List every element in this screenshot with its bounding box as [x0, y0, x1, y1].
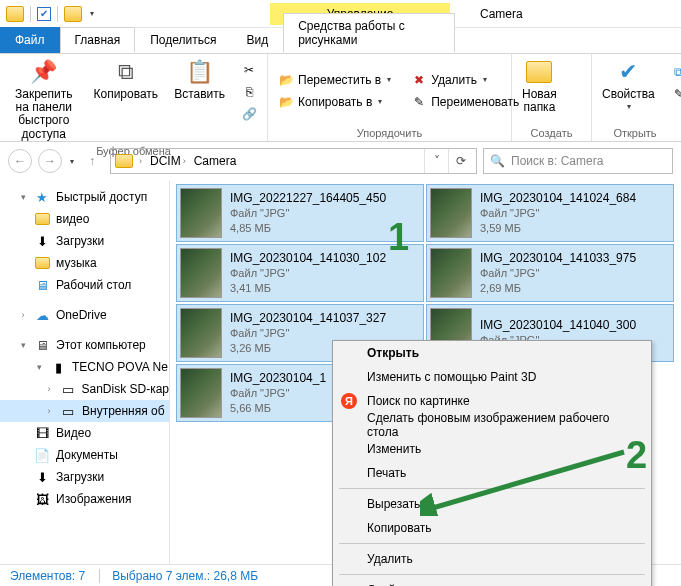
thumbnail-image — [180, 248, 222, 298]
file-item[interactable]: IMG_20221227_164405_450 Файл "JPG" 4,85 … — [176, 184, 424, 242]
properties-button[interactable]: ✔ Свойства▾ — [598, 56, 659, 114]
file-name: IMG_20230104_141040_300 — [480, 318, 636, 333]
sidebar-item-desktop[interactable]: 🖥Рабочий стол — [0, 274, 169, 296]
ctx-paint3d[interactable]: Изменить с помощью Paint 3D — [333, 365, 651, 389]
file-name: IMG_20230104_141033_975 — [480, 251, 636, 266]
moveto-icon: 📂 — [278, 72, 294, 88]
qat-properties-icon[interactable]: ✔ — [37, 7, 51, 21]
search-icon: 🔍 — [490, 154, 505, 168]
file-name: IMG_20230104_141024_684 — [480, 191, 636, 206]
search-placeholder: Поиск в: Camera — [511, 154, 603, 168]
ctx-cut[interactable]: Вырезать — [333, 492, 651, 516]
pin-icon: 📌 — [30, 58, 58, 86]
file-name: IMG_20221227_164405_450 — [230, 191, 386, 206]
file-size: 2,69 МБ — [480, 282, 636, 296]
sidebar-quick-access[interactable]: ▾★Быстрый доступ — [0, 186, 169, 208]
ctx-delete[interactable]: Удалить — [333, 547, 651, 571]
move-to-button[interactable]: 📂Переместить в▾ — [274, 70, 395, 90]
copy-to-button[interactable]: 📂Копировать в▾ — [274, 92, 395, 112]
paste-button[interactable]: 📋 Вставить — [170, 56, 229, 103]
sidebar-item-videos[interactable]: 🎞Видео — [0, 422, 169, 444]
file-item[interactable]: IMG_20230104_141024_684 Файл "JPG" 3,59 … — [426, 184, 674, 242]
tab-view[interactable]: Вид — [231, 27, 283, 53]
scissors-icon: ✂ — [241, 62, 257, 78]
open-small-button[interactable]: ⧉ — [667, 62, 681, 82]
back-button[interactable]: ← — [8, 149, 32, 173]
file-type: Файл "JPG" — [230, 207, 386, 221]
qat-newfolder-icon[interactable] — [64, 6, 82, 22]
newfolder-icon — [525, 58, 553, 86]
paste-icon: 📋 — [186, 58, 214, 86]
recent-locations-button[interactable]: ▾ — [70, 157, 74, 166]
ctx-properties[interactable]: Свойства — [333, 578, 651, 586]
forward-button[interactable]: → — [38, 149, 62, 173]
ctx-open[interactable]: Открыть — [333, 341, 651, 365]
thumbnail-image — [180, 368, 222, 418]
navigation-pane: ▾★Быстрый доступ видео ⬇Загрузки музыка … — [0, 180, 170, 580]
group-new-label: Создать — [518, 125, 585, 141]
cloud-icon: ☁ — [34, 307, 50, 323]
search-input[interactable]: 🔍 Поиск в: Camera — [483, 148, 673, 174]
breadcrumb-camera[interactable]: Camera — [192, 154, 239, 168]
copypath-small-button[interactable]: ⎘ — [237, 82, 261, 102]
group-organize-label: Упорядочить — [274, 125, 505, 141]
yandex-icon: Я — [341, 393, 357, 409]
sidebar-item-sandisk[interactable]: ›▭SanDisk SD-кар — [0, 378, 169, 400]
ribbon-tabs: Файл Главная Поделиться Вид Средства раб… — [0, 28, 681, 54]
copy-button[interactable]: ⧉ Копировать — [90, 56, 163, 103]
breadcrumb-root[interactable]: › — [137, 156, 144, 166]
delete-icon: ✖ — [411, 72, 427, 88]
ctx-wallpaper[interactable]: Сделать фоновым изображением рабочего ст… — [333, 413, 651, 437]
file-size: 4,85 МБ — [230, 222, 386, 236]
sidebar-onedrive[interactable]: ›☁OneDrive — [0, 304, 169, 326]
video-icon: 🎞 — [34, 425, 50, 441]
rename-icon: ✎ — [411, 94, 427, 110]
file-type: Файл "JPG" — [230, 327, 386, 341]
ctx-copy[interactable]: Копировать — [333, 516, 651, 540]
file-item[interactable]: IMG_20230104_141033_975 Файл "JPG" 2,69 … — [426, 244, 674, 302]
tab-file[interactable]: Файл — [0, 27, 60, 53]
download-icon: ⬇ — [34, 469, 50, 485]
ctx-yandex[interactable]: ЯПоиск по картинке — [333, 389, 651, 413]
status-selected: Выбрано 7 элем.: 26,8 МБ — [99, 569, 258, 583]
ctx-edit[interactable]: Изменить — [333, 437, 651, 461]
sidebar-item-music[interactable]: музыка — [0, 252, 169, 274]
file-type: Файл "JPG" — [230, 267, 386, 281]
address-bar[interactable]: › DCIM› Camera ˅ ⟳ — [110, 148, 477, 174]
file-type: Файл "JPG" — [230, 387, 326, 401]
sidebar-item-downloads2[interactable]: ⬇Загрузки — [0, 466, 169, 488]
refresh-button[interactable]: ⟳ — [448, 149, 472, 173]
thumbnail-image — [180, 188, 222, 238]
qat-customize-icon[interactable]: ▾ — [90, 9, 94, 18]
download-icon: ⬇ — [34, 233, 50, 249]
ctx-print[interactable]: Печать — [333, 461, 651, 485]
sidebar-item-internal[interactable]: ›▭Внутренняя об — [0, 400, 169, 422]
delete-button[interactable]: ✖Удалить▾ — [407, 70, 523, 90]
sidebar-item-tecno[interactable]: ▾▮TECNO POVA Ne — [0, 356, 169, 378]
edit-small-button[interactable]: ✎ — [667, 84, 681, 104]
file-name: IMG_20230104_141030_102 — [230, 251, 386, 266]
pasteshortcut-small-button[interactable]: 🔗 — [237, 104, 261, 124]
file-size: 5,66 МБ — [230, 402, 326, 416]
group-open-label: Открыть — [598, 125, 672, 141]
address-dropdown-button[interactable]: ˅ — [424, 149, 448, 173]
sidebar-item-documents[interactable]: 📄Документы — [0, 444, 169, 466]
rename-button[interactable]: ✎Переименовать — [407, 92, 523, 112]
tab-home[interactable]: Главная — [60, 27, 136, 53]
sidebar-item-downloads[interactable]: ⬇Загрузки — [0, 230, 169, 252]
image-icon: 🖼 — [34, 491, 50, 507]
tab-share[interactable]: Поделиться — [135, 27, 231, 53]
pin-quickaccess-button[interactable]: 📌 Закрепить на панели быстрого доступа — [6, 56, 82, 143]
up-button[interactable]: ↑ — [80, 149, 104, 173]
cut-small-button[interactable]: ✂ — [237, 60, 261, 80]
new-folder-button[interactable]: Новая папка — [518, 56, 561, 116]
breadcrumb-dcim[interactable]: DCIM› — [148, 154, 188, 168]
sidebar-item-images[interactable]: 🖼Изображения — [0, 488, 169, 510]
doc-icon: 📄 — [34, 447, 50, 463]
app-icon[interactable] — [6, 6, 24, 22]
sidebar-item-video[interactable]: видео — [0, 208, 169, 230]
file-name: IMG_20230104_1 — [230, 371, 326, 386]
file-item[interactable]: IMG_20230104_141030_102 Файл "JPG" 3,41 … — [176, 244, 424, 302]
sidebar-this-pc[interactable]: ▾🖥Этот компьютер — [0, 334, 169, 356]
tab-picture-tools[interactable]: Средства работы с рисунками — [283, 13, 455, 53]
